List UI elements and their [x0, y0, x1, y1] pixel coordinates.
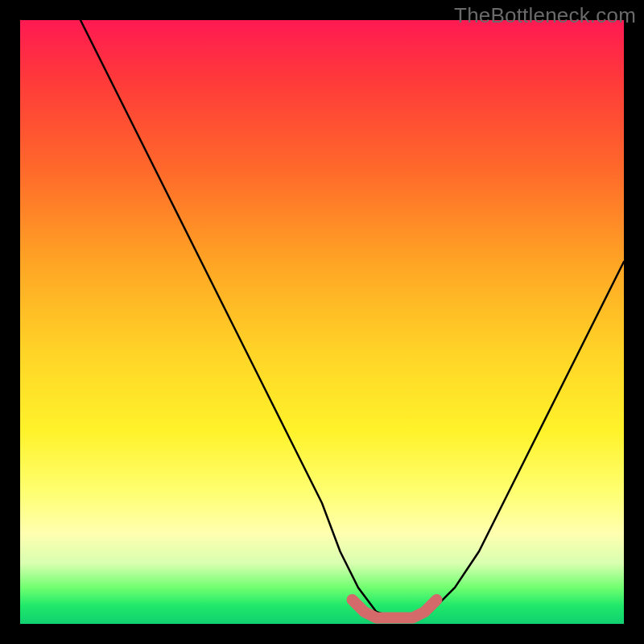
chart-frame: TheBottleneck.com — [0, 0, 644, 644]
bottleneck-curve — [80, 20, 624, 618]
optimal-zone-marker — [353, 600, 437, 618]
watermark-text: TheBottleneck.com — [454, 3, 636, 28]
chart-svg — [20, 20, 624, 624]
plot-area — [20, 20, 624, 624]
